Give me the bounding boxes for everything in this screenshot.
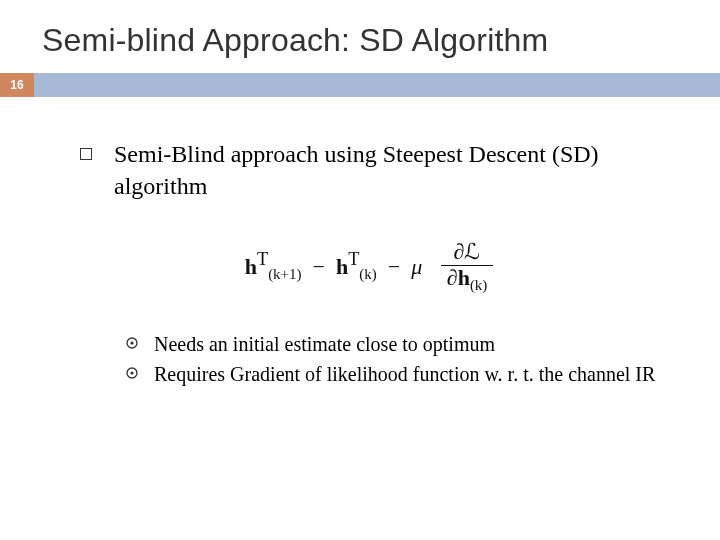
accent-bar: 16 [0,73,720,97]
sub-bullet-list: Needs an initial estimate close to optim… [126,331,660,387]
formula-h2-sup: T [348,250,359,270]
svg-point-1 [130,342,133,345]
sub-bullet-item: Needs an initial estimate close to optim… [126,331,660,357]
sub-bullet-text: Requires Gradient of likelihood function… [154,361,655,387]
formula-h2-sub: (k) [359,266,376,282]
sub-bullet-item: Requires Gradient of likelihood function… [126,361,660,387]
formula-h1: h [245,254,257,279]
formula-h2: h [336,254,348,279]
circle-dot-bullet-icon [126,337,138,349]
slide-title: Semi-blind Approach: SD Algorithm [0,0,720,73]
bullet-item: Semi-Blind approach using Steepest Desce… [80,139,660,202]
formula-mu: μ [411,254,422,279]
page-number: 16 [0,73,34,97]
slide-body: Semi-Blind approach using Steepest Desce… [0,97,720,387]
formula: hT(k+1) − hT(k) − μ ∂ℒ ∂h(k) [80,242,660,295]
accent-fill [34,73,720,97]
sub-bullet-text: Needs an initial estimate close to optim… [154,331,495,357]
bullet-text: Semi-Blind approach using Steepest Desce… [114,139,660,202]
formula-denominator: ∂h(k) [441,266,494,294]
formula-numerator: ∂ℒ [441,240,494,265]
square-bullet-icon [80,148,92,160]
formula-fraction: ∂ℒ ∂h(k) [441,240,494,293]
formula-h1-sub: (k+1) [268,266,301,282]
formula-h1-sup: T [257,250,268,270]
slide: Semi-blind Approach: SD Algorithm 16 Sem… [0,0,720,540]
circle-dot-bullet-icon [126,367,138,379]
svg-point-3 [130,372,133,375]
